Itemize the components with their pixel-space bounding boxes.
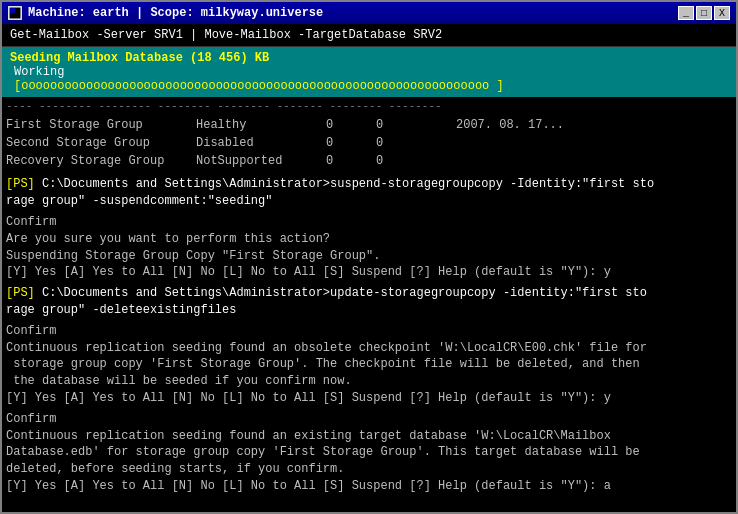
sg1-name: First Storage Group [6, 116, 196, 134]
main-content: ---- -------- -------- -------- --------… [2, 97, 736, 512]
console-area: Get-Mailbox -Server SRV1 | Move-Mailbox … [2, 24, 736, 512]
sg2-name: Second Storage Group [6, 134, 196, 152]
title-bar: Machine: earth | Scope: milkyway.univers… [2, 2, 736, 24]
storage-table: First Storage Group Healthy 0 0 2007. 08… [6, 116, 732, 170]
sg3-status: NotSupported [196, 152, 326, 170]
command-text: Get-Mailbox -Server SRV1 | Move-Mailbox … [10, 28, 442, 42]
sg2-n2: 0 [376, 134, 456, 152]
ps-block-1: [PS] C:\Documents and Settings\Administr… [6, 176, 732, 281]
yn-line-2: [Y] Yes [A] Yes to All [N] No [L] No to … [6, 390, 732, 407]
maximize-button[interactable]: □ [696, 6, 712, 20]
sg1-date: 2007. 08. 17... [456, 116, 564, 134]
app-icon [8, 6, 22, 20]
ps-prompt-2: [PS] C:\Documents and Settings\Administr… [6, 285, 732, 302]
ps-prompt-1: [PS] C:\Documents and Settings\Administr… [6, 176, 732, 193]
minimize-button[interactable]: _ [678, 6, 694, 20]
seeding-title: Seeding Mailbox Database (18 456) KB [10, 51, 728, 65]
yn-line-3: [Y] Yes [A] Yes to All [N] No [L] No to … [6, 478, 732, 495]
command-bar: Get-Mailbox -Server SRV1 | Move-Mailbox … [2, 24, 736, 47]
window-title: Machine: earth | Scope: milkyway.univers… [28, 6, 323, 20]
seeding-working: Working [10, 65, 728, 79]
separator-line: ---- -------- -------- -------- --------… [6, 99, 732, 114]
table-row: Recovery Storage Group NotSupported 0 0 [6, 152, 732, 170]
seeding-block: Seeding Mailbox Database (18 456) KB Wor… [2, 47, 736, 97]
confirm-body-3: Continuous replication seeding found an … [6, 428, 732, 478]
title-bar-left: Machine: earth | Scope: milkyway.univers… [8, 6, 323, 20]
table-row: Second Storage Group Disabled 0 0 [6, 134, 732, 152]
confirm-body-1: Are you sure you want to perform this ac… [6, 231, 732, 265]
confirm-header-3: Confirm [6, 411, 732, 428]
svg-rect-1 [10, 8, 15, 13]
yn-line-1: [Y] Yes [A] Yes to All [N] No [L] No to … [6, 264, 732, 281]
confirm-header-2: Confirm [6, 323, 732, 340]
confirm-body-2: Continuous replication seeding found an … [6, 340, 732, 390]
main-window: Machine: earth | Scope: milkyway.univers… [0, 0, 738, 514]
close-button[interactable]: X [714, 6, 730, 20]
pipe-symbol: | [190, 28, 204, 42]
sg3-n2: 0 [376, 152, 456, 170]
cmd1: Get-Mailbox -Server SRV1 [10, 28, 183, 42]
ps-block-2: [PS] C:\Documents and Settings\Administr… [6, 285, 732, 407]
sg1-status: Healthy [196, 116, 326, 134]
cmd2: Move-Mailbox -TargetDatabase SRV2 [204, 28, 442, 42]
seeding-progress: [ooooooooooooooooooooooooooooooooooooooo… [10, 79, 728, 93]
sg3-n1: 0 [326, 152, 376, 170]
sg1-n1: 0 [326, 116, 376, 134]
ps-prompt-2b: rage group" -deleteexistingfiles [6, 302, 732, 319]
ps-prompt-1b: rage group" -suspendcomment:"seeding" [6, 193, 732, 210]
sg2-n1: 0 [326, 134, 376, 152]
table-row: First Storage Group Healthy 0 0 2007. 08… [6, 116, 732, 134]
title-buttons: _ □ X [678, 6, 730, 20]
sg2-status: Disabled [196, 134, 326, 152]
sg1-n2: 0 [376, 116, 456, 134]
sg3-name: Recovery Storage Group [6, 152, 196, 170]
confirm-header-1: Confirm [6, 214, 732, 231]
ps-block-3: Confirm Continuous replication seeding f… [6, 411, 732, 495]
